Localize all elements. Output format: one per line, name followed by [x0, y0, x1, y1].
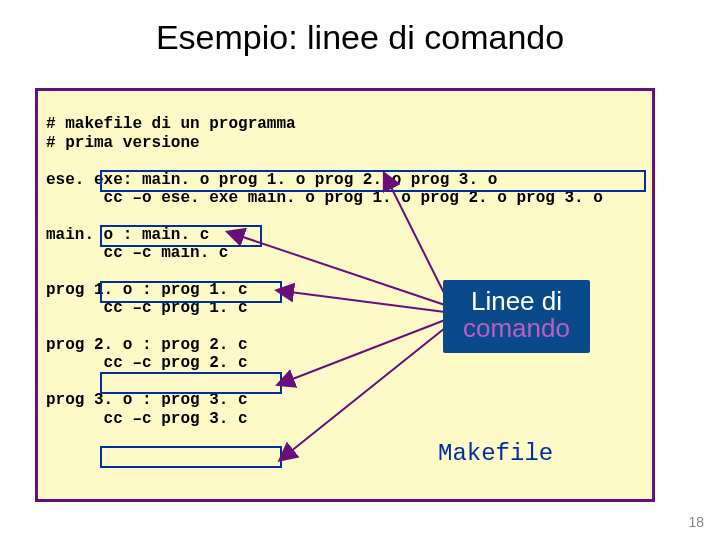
callout-linee-di-comando: Linee di comando [443, 280, 590, 353]
rule-ese-target: ese. exe: main. o prog 1. o prog 2. o pr… [46, 171, 497, 189]
code-comment-2: # prima versione [46, 134, 200, 152]
slide-title: Esempio: linee di comando [0, 18, 720, 57]
rule-p3-target: prog 3. o : prog 3. c [46, 391, 248, 409]
makefile-label: Makefile [438, 440, 553, 467]
slide: Esempio: linee di comando # makefile di … [0, 0, 720, 540]
makefile-code: # makefile di un programma # prima versi… [46, 97, 603, 428]
code-comment-1: # makefile di un programma [46, 115, 296, 133]
page-number: 18 [688, 514, 704, 530]
rule-p1-target: prog 1. o : prog 1. c [46, 281, 248, 299]
highlight-cmd-p3 [100, 446, 282, 468]
callout-line1: Linee di [463, 288, 570, 315]
rule-p1-cmd: cc –c prog 1. c [104, 299, 248, 317]
rule-main-cmd: cc –c main. c [104, 244, 229, 262]
rule-p2-cmd: cc –c prog 2. c [104, 354, 248, 372]
rule-p2-target: prog 2. o : prog 2. c [46, 336, 248, 354]
rule-ese-cmd: cc –o ese. exe main. o prog 1. o prog 2.… [104, 189, 603, 207]
callout-line2: comando [463, 315, 570, 342]
rule-main-target: main. o : main. c [46, 226, 209, 244]
rule-p3-cmd: cc –c prog 3. c [104, 410, 248, 428]
